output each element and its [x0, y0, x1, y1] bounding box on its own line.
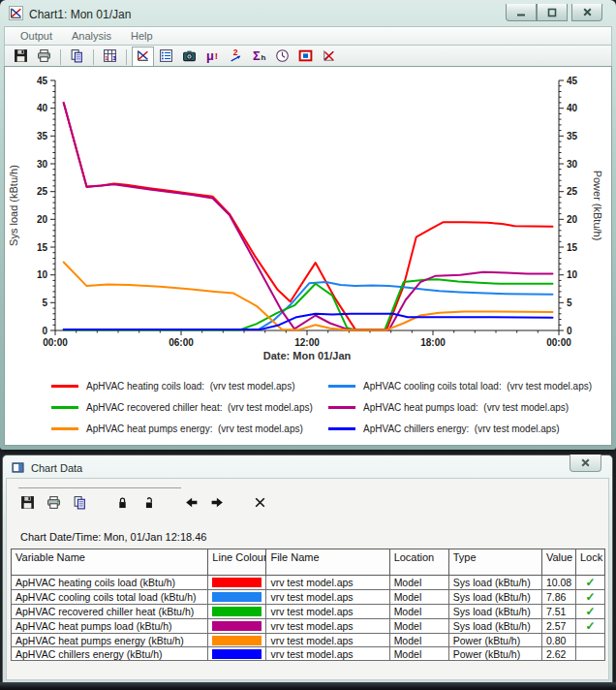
legend-swatch-heating-coils-load [51, 385, 78, 388]
print-icon [37, 48, 51, 67]
mu-marker-button[interactable]: μ! [201, 47, 224, 68]
lock-button[interactable] [111, 493, 134, 515]
column-header-type[interactable]: Type [448, 549, 541, 576]
chart-data-window: Chart Data Chart Date/Time: Mon, 01/Jan … [2, 455, 613, 684]
legend-label: ApHVAC recovered chiller heat: (vrv test… [86, 402, 313, 413]
cell-location: Model [389, 576, 448, 590]
menu-analysis[interactable]: Analysis [62, 30, 121, 42]
save-icon [20, 495, 35, 514]
cell-lock[interactable] [575, 647, 604, 661]
lock-check-icon[interactable]: ✓ [575, 576, 604, 590]
grid-123-button[interactable]: 13 [99, 47, 121, 68]
sigma-sum-icon: Σh [252, 48, 266, 67]
table-row[interactable]: ApHVAC heating coils load (kBtu/h)vrv te… [12, 576, 605, 590]
legend-swatch-heat-pumps-energy [51, 427, 78, 430]
column-header-value[interactable]: Value [541, 549, 575, 576]
data-title-bar[interactable]: Chart Data [3, 455, 612, 478]
legend-row: ApHVAC recovered chiller heat: (vrv test… [51, 396, 605, 418]
cell-file-name: vrv test model.aps [266, 605, 389, 619]
copy-button[interactable] [66, 47, 88, 68]
column-header-file-name[interactable]: File Name [266, 549, 389, 576]
column-header-line-colour[interactable]: Line Colour [208, 549, 266, 576]
column-header-location[interactable]: Location [389, 549, 448, 576]
sigma-sum-button[interactable]: Σh [248, 47, 270, 68]
next-icon [210, 495, 225, 514]
lock-check-icon[interactable]: ✓ [575, 590, 604, 605]
legend-swatch-recovered-chiller-heat [51, 406, 78, 409]
clock-icon [275, 48, 290, 67]
line-colour-swatch [212, 636, 262, 645]
svg-text:5: 5 [42, 298, 47, 308]
svg-text:0: 0 [42, 326, 47, 336]
svg-text:18:00: 18:00 [420, 337, 446, 348]
legend-item-recovered-chiller-heat: ApHVAC recovered chiller heat: (vrv test… [51, 402, 328, 413]
print-icon [46, 495, 61, 514]
clock-button[interactable] [271, 47, 293, 68]
grid-123-icon: 13 [103, 48, 117, 67]
menu-output[interactable]: Output [11, 30, 62, 42]
copy-button[interactable] [69, 493, 91, 515]
legend-label: ApHVAC heating coils load: (vrv test mod… [86, 381, 294, 392]
print-button[interactable] [33, 47, 55, 68]
legend-row: ApHVAC heat pumps energy: (vrv test mode… [51, 418, 605, 439]
svg-text:40: 40 [567, 103, 578, 113]
lock-check-icon[interactable]: ✓ [575, 619, 604, 634]
cell-value: 2.62 [541, 647, 575, 661]
table-row[interactable]: ApHVAC heat pumps energy (kBtu/h)vrv tes… [12, 634, 605, 647]
table-row[interactable]: ApHVAC chillers energy (kBtu/h)vrv test … [12, 647, 605, 661]
cell-variable-name: ApHVAC heating coils load (kBtu/h) [12, 576, 208, 590]
chart-plot[interactable]: 00551010151520202525303035354040454500:0… [5, 67, 607, 367]
save-button[interactable] [16, 493, 39, 515]
cell-type: Power (kBtu/h) [448, 634, 541, 647]
overlay-box-button[interactable] [294, 47, 317, 68]
menu-help[interactable]: Help [121, 30, 163, 42]
legend-item-heat-pumps-load: ApHVAC heat pumps load: (vrv test model.… [328, 402, 605, 413]
print-button[interactable] [43, 493, 65, 515]
table-row[interactable]: ApHVAC recovered chiller heat (kBtu/h)vr… [12, 605, 605, 619]
unlock-button[interactable] [138, 493, 160, 515]
data-close-button[interactable] [570, 455, 601, 472]
table-row[interactable]: ApHVAC cooling coils total load (kBtu/h)… [12, 590, 605, 605]
y-axis-left-title: Sys load (kBtu/h) [8, 165, 19, 246]
axes-2-button[interactable]: 2 [225, 47, 247, 68]
line-colour-swatch [212, 578, 262, 587]
legend-item-chillers-energy: ApHVAC chillers energy: (vrv test model.… [328, 423, 605, 434]
cell-lock[interactable] [575, 634, 604, 647]
datetime-value: Mon, 01/Jan 12:18.46 [104, 531, 206, 543]
close-button[interactable] [571, 4, 602, 21]
save-button[interactable] [10, 47, 32, 68]
maximize-button[interactable] [537, 4, 568, 21]
chart-cross-icon [322, 48, 336, 67]
title-bar[interactable]: Chart1: Mon 01/Jan [0, 0, 616, 26]
mu-marker-icon: μ! [205, 48, 220, 67]
column-header-variable-name[interactable]: Variable Name [12, 549, 208, 576]
cell-variable-name: ApHVAC heat pumps energy (kBtu/h) [12, 634, 208, 647]
toolbar-separator [93, 49, 94, 65]
column-header-lock[interactable]: Lock [575, 549, 604, 576]
svg-text:25: 25 [37, 186, 48, 197]
camera-button[interactable] [178, 47, 200, 68]
cell-value: 0.80 [541, 634, 575, 647]
chart-icon [136, 48, 150, 67]
table-row[interactable]: ApHVAC heat pumps load (kBtu/h)vrv test … [12, 619, 605, 634]
next-button[interactable] [206, 493, 229, 515]
minimize-button[interactable] [506, 4, 537, 21]
cell-file-name: vrv test model.aps [266, 590, 389, 605]
lock-check-icon[interactable]: ✓ [575, 605, 604, 619]
cell-variable-name: ApHVAC heat pumps load (kBtu/h) [12, 619, 208, 634]
chart-button[interactable] [132, 47, 154, 68]
svg-text:2: 2 [233, 48, 238, 57]
cell-line-colour [208, 605, 266, 619]
cell-location: Model [389, 605, 448, 619]
lock-icon [115, 495, 130, 514]
prev-button[interactable] [180, 493, 202, 515]
chart-data-window-icon [12, 461, 24, 476]
cell-file-name: vrv test model.aps [266, 634, 389, 647]
svg-text:30: 30 [37, 159, 48, 170]
save-icon [14, 48, 28, 67]
delete-button[interactable] [249, 493, 271, 515]
legend-list-button[interactable] [155, 47, 177, 68]
chart-cross-button[interactable] [318, 47, 340, 68]
series-heating-coils-load [64, 103, 553, 329]
svg-text:15: 15 [37, 242, 48, 253]
